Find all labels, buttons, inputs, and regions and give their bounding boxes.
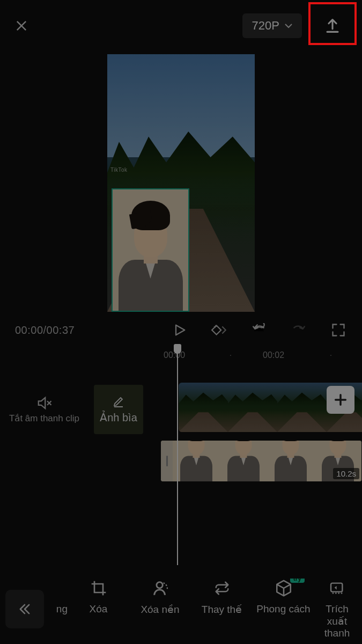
header-bar: 720P (0, 0, 362, 46)
play-icon (172, 322, 187, 338)
toolbar-item-replace[interactable]: Thay thế (191, 579, 253, 640)
plus-icon (333, 392, 348, 407)
fullscreen-icon (331, 323, 346, 338)
video-preview[interactable]: TikTok (107, 54, 255, 312)
close-icon (14, 18, 29, 33)
overlay-thumb (267, 441, 314, 481)
play-button[interactable] (171, 321, 188, 339)
undo-button[interactable] (250, 321, 268, 339)
time-display: 00:00/00:37 (15, 324, 75, 336)
chevron-double-left-icon (17, 602, 32, 617)
add-clip-button[interactable] (327, 386, 354, 414)
speaker-mute-icon (35, 395, 54, 411)
toolbar-label: Xóa (90, 603, 108, 615)
overlay-thumb (220, 441, 267, 481)
playback-controls: 00:00/00:37 + (0, 312, 362, 345)
svg-text:+: + (213, 323, 217, 330)
toolbar-label: ng (56, 603, 68, 615)
overlay-thumb (173, 441, 220, 481)
crop-icon (90, 580, 107, 597)
toolbar-back-button[interactable] (5, 590, 44, 628)
cover-label: Ảnh bìa (100, 411, 137, 424)
clip-thumb (179, 383, 228, 432)
keyframe-button[interactable]: + (211, 321, 228, 339)
preview-area: TikTok (0, 46, 362, 312)
clip-handle-left[interactable] (161, 441, 173, 481)
resolution-button[interactable]: 720P (242, 13, 302, 38)
playhead[interactable] (177, 345, 178, 565)
clip-thumb (228, 383, 277, 432)
ruler-mark: 00:02 (263, 350, 284, 360)
toolbar-label: Trích xuất thanh (314, 603, 360, 640)
cutout-person-icon (151, 579, 169, 597)
try-badge: try (290, 579, 305, 583)
overlay-duration-badge: 10.2s (333, 468, 359, 479)
mute-clip-button[interactable]: Tắt âm thanh clip (0, 395, 88, 424)
redo-button (290, 321, 307, 339)
ruler-dot: · (230, 350, 232, 359)
overlay-clip-selection[interactable] (112, 188, 189, 312)
toolbar-item-partial[interactable]: ng (46, 579, 68, 640)
ruler-dot: · (330, 350, 332, 359)
mute-clip-label: Tắt âm thanh clip (9, 413, 79, 424)
toolbar-label: Phong cách (256, 603, 310, 615)
fullscreen-button[interactable] (330, 321, 347, 339)
close-button[interactable] (11, 15, 32, 36)
overlay-clip[interactable]: 10.2s (161, 441, 361, 481)
main-track-row: Tắt âm thanh clip Ảnh bìa (0, 383, 362, 436)
toolbar-item-style[interactable]: try Phong cách (253, 579, 314, 640)
watermark-label: TikTok (110, 167, 128, 173)
resolution-label: 720P (252, 19, 279, 33)
timeline-area[interactable]: Tắt âm thanh clip Ảnh bìa 10.2s (0, 361, 362, 565)
toolbar-label: Thay thế (202, 603, 242, 616)
keyframe-icon: + (211, 322, 228, 338)
clip-thumb (277, 383, 327, 432)
export-button[interactable] (314, 10, 351, 42)
extract-audio-icon (329, 580, 346, 597)
redo-icon (291, 323, 307, 337)
repeat-icon (213, 580, 231, 596)
toolbar-item-delete[interactable]: Xóa (68, 579, 129, 640)
svg-point-1 (156, 582, 162, 588)
toolbar-item-extract[interactable]: Trích xuất thanh (314, 579, 360, 640)
toolbar-label: Xóa nền (141, 603, 179, 616)
toolbar-item-remove-bg[interactable]: Xóa nền (129, 579, 191, 640)
undo-icon (251, 323, 267, 337)
export-icon (323, 17, 342, 35)
cube-icon (275, 579, 293, 597)
cover-button[interactable]: Ảnh bìa (94, 385, 143, 434)
edit-icon (112, 395, 125, 408)
bottom-toolbar: ng Xóa Xóa nền Thay thế try Phong cách T… (0, 574, 362, 644)
chevron-down-icon (285, 23, 292, 28)
